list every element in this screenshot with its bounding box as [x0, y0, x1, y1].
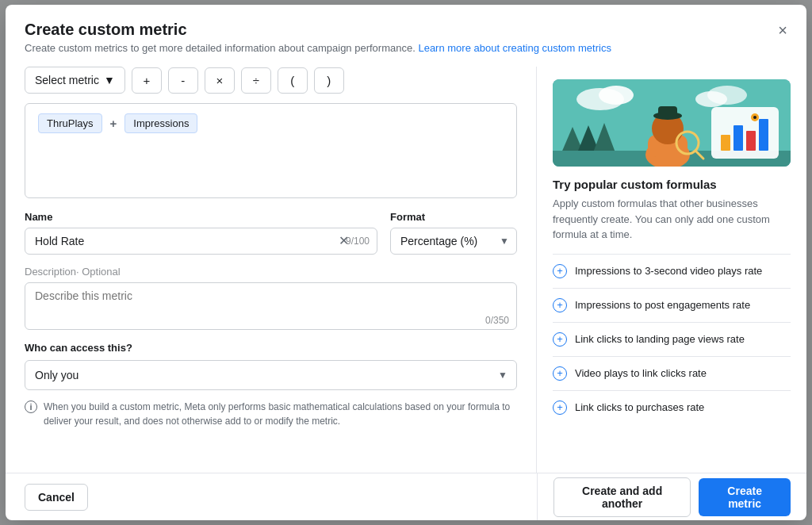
svg-rect-19	[746, 131, 756, 151]
footer-right: Create and add another Create metric	[537, 473, 806, 520]
formula-display[interactable]: ThruPlays + Impressions	[25, 103, 517, 198]
name-input-wrapper: ✕ 9/100	[25, 228, 377, 255]
op-divide-button[interactable]: ÷	[241, 67, 271, 94]
formula-item-2[interactable]: + Link clicks to landing page views rate	[553, 322, 791, 356]
formula-chip-thru-plays: ThruPlays	[38, 113, 102, 133]
popular-formulas-desc: Apply custom formulas that other busines…	[553, 196, 791, 243]
formula-plus-icon-2: +	[553, 332, 567, 347]
description-textarea-wrapper: 0/350	[25, 282, 517, 332]
description-counter: 0/350	[485, 315, 509, 326]
format-select-wrapper: Percentage (%) Number Currency Ratio ▼	[390, 228, 517, 255]
hero-illustration-container	[553, 79, 791, 167]
description-field-group: Description· Optional 0/350	[25, 266, 517, 332]
modal-body: Select metric ▼ + - × ÷ ( ) ThruPlays + …	[6, 67, 806, 473]
right-panel: Try popular custom formulas Apply custom…	[537, 67, 806, 473]
svg-point-2	[599, 86, 634, 105]
formula-item-label-4: Link clicks to purchases rate	[575, 401, 704, 413]
modal-header: Create custom metric × Create custom met…	[6, 5, 806, 67]
formula-plus-icon-4: +	[553, 400, 567, 415]
modal-footer: Cancel Create and add another Create met…	[6, 473, 806, 520]
select-metric-button[interactable]: Select metric ▼	[25, 67, 125, 94]
modal-overlay: Create custom metric × Create custom met…	[0, 0, 812, 525]
format-field-group: Format Percentage (%) Number Currency Ra…	[390, 211, 517, 255]
description-label: Description· Optional	[25, 266, 517, 278]
formula-item-3[interactable]: + Video plays to link clicks rate	[553, 356, 791, 390]
learn-more-link[interactable]: Learn more about creating custom metrics	[418, 42, 611, 54]
formula-operator: +	[109, 113, 119, 133]
formula-item-label-2: Link clicks to landing page views rate	[575, 333, 745, 345]
svg-rect-17	[721, 135, 730, 151]
modal: Create custom metric × Create custom met…	[6, 5, 806, 520]
name-label: Name	[25, 211, 377, 223]
op-open-paren-button[interactable]: (	[278, 67, 308, 94]
modal-subtitle: Create custom metrics to get more detail…	[25, 42, 787, 54]
op-multiply-button[interactable]: ×	[205, 67, 235, 94]
access-label: Who can access this?	[25, 342, 517, 354]
info-text: When you build a custom metric, Meta onl…	[44, 400, 517, 428]
create-add-button[interactable]: Create and add another	[553, 477, 691, 517]
formula-plus-icon-1: +	[553, 298, 567, 312]
formula-plus-icon-0: +	[553, 264, 567, 278]
info-row: i When you build a custom metric, Meta o…	[25, 400, 517, 428]
cancel-button[interactable]: Cancel	[25, 484, 88, 511]
footer-left: Cancel	[6, 473, 537, 520]
name-counter: 9/100	[346, 236, 370, 247]
op-plus-button[interactable]: +	[132, 67, 162, 94]
name-field-group: Name ✕ 9/100	[25, 211, 377, 255]
formula-item-label-1: Impressions to post engagements rate	[575, 299, 750, 311]
left-panel: Select metric ▼ + - × ÷ ( ) ThruPlays + …	[6, 67, 537, 473]
formula-item-label-0: Impressions to 3-second video plays rate	[575, 265, 762, 277]
close-button[interactable]: ×	[778, 22, 787, 38]
svg-point-4	[695, 91, 727, 107]
formula-item-1[interactable]: + Impressions to post engagements rate	[553, 288, 791, 322]
access-select-wrapper: Only you Everyone in account ▼	[25, 360, 517, 390]
svg-rect-20	[759, 119, 768, 151]
format-label: Format	[390, 211, 517, 223]
formula-item-4[interactable]: + Link clicks to purchases rate	[553, 390, 791, 424]
create-metric-button[interactable]: Create metric	[699, 478, 791, 516]
chevron-down-icon: ▼	[104, 74, 115, 86]
info-icon: i	[25, 400, 37, 413]
description-input[interactable]	[25, 282, 517, 330]
popular-formulas-title: Try popular custom formulas	[553, 178, 791, 191]
name-input[interactable]	[25, 228, 377, 255]
op-close-paren-button[interactable]: )	[314, 67, 344, 94]
svg-rect-16	[711, 107, 779, 159]
svg-rect-18	[733, 125, 743, 151]
formula-item-0[interactable]: + Impressions to 3-second video plays ra…	[553, 254, 791, 288]
hero-svg	[553, 79, 791, 167]
name-format-row: Name ✕ 9/100 Format Percentage (%) Nu	[25, 211, 517, 255]
formula-item-label-3: Video plays to link clicks rate	[575, 367, 707, 379]
access-field-group: Who can access this? Only you Everyone i…	[25, 342, 517, 390]
formula-chip-impressions: Impressions	[124, 113, 197, 133]
op-minus-button[interactable]: -	[168, 67, 198, 94]
access-select[interactable]: Only you Everyone in account	[25, 360, 517, 390]
formula-plus-icon-3: +	[553, 366, 567, 381]
svg-point-22	[753, 116, 756, 119]
modal-title: Create custom metric	[25, 21, 187, 39]
svg-rect-13	[658, 106, 677, 117]
format-select[interactable]: Percentage (%) Number Currency Ratio	[390, 228, 517, 255]
formula-toolbar: Select metric ▼ + - × ÷ ( )	[25, 67, 517, 94]
